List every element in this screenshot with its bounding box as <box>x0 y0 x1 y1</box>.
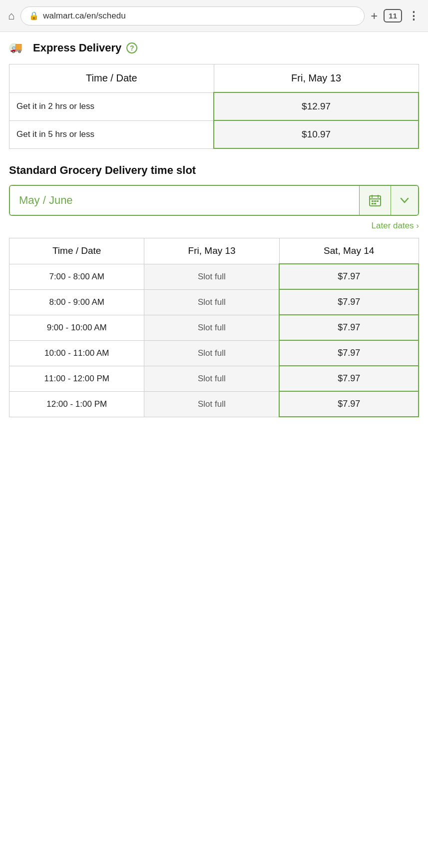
later-dates-link[interactable]: Later dates › <box>9 221 419 231</box>
slot-row-0[interactable]: 7:00 - 8:00 AM Slot full $7.97 <box>9 264 419 289</box>
slot-sat-1[interactable]: $7.97 <box>279 289 419 315</box>
standard-section-title: Standard Grocery Delivery time slot <box>9 164 419 177</box>
slot-row-4[interactable]: 11:00 - 12:00 PM Slot full $7.97 <box>9 366 419 391</box>
svg-rect-7 <box>374 200 376 202</box>
month-display-text: May / June <box>10 186 359 215</box>
month-selector[interactable]: May / June <box>9 185 419 216</box>
express-delivery-table: Time / Date Fri, May 13 Get it in 2 hrs … <box>9 64 419 149</box>
slot-sat-3[interactable]: $7.97 <box>279 340 419 366</box>
slot-time-5: 12:00 - 1:00 PM <box>9 391 144 417</box>
express-col2-header: Fri, May 13 <box>214 64 419 93</box>
month-dropdown-button[interactable] <box>391 186 418 215</box>
slot-time-2: 9:00 - 10:00 AM <box>9 315 144 340</box>
express-5hrs-price[interactable]: $10.97 <box>214 120 419 148</box>
slots-header-sat: Sat, May 14 <box>279 238 419 264</box>
standard-grocery-section: Standard Grocery Delivery time slot May … <box>9 164 419 417</box>
slot-row-1[interactable]: 8:00 - 9:00 AM Slot full $7.97 <box>9 289 419 315</box>
slot-fri-4: Slot full <box>144 366 279 391</box>
slot-fri-3: Slot full <box>144 340 279 366</box>
slot-row-5[interactable]: 12:00 - 1:00 PM Slot full $7.97 <box>9 391 419 417</box>
slot-fri-0: Slot full <box>144 264 279 289</box>
page-content: 🚚 Express Delivery ? Time / Date Fri, Ma… <box>0 32 428 429</box>
delivery-slots-table: Time / Date Fri, May 13 Sat, May 14 7:00… <box>9 238 419 417</box>
slot-sat-5[interactable]: $7.97 <box>279 391 419 417</box>
express-row-5hrs[interactable]: Get it in 5 hrs or less $10.97 <box>9 120 419 148</box>
slot-row-3[interactable]: 10:00 - 11:00 AM Slot full $7.97 <box>9 340 419 366</box>
svg-rect-8 <box>377 200 379 202</box>
express-row-2hrs[interactable]: Get it in 2 hrs or less $12.97 <box>9 92 419 120</box>
slot-sat-2[interactable]: $7.97 <box>279 315 419 340</box>
express-delivery-title: Express Delivery <box>33 41 121 54</box>
express-2hrs-label: Get it in 2 hrs or less <box>9 92 214 120</box>
slot-fri-2: Slot full <box>144 315 279 340</box>
calendar-icon <box>369 194 382 207</box>
chevron-down-icon <box>399 195 410 206</box>
slots-header-row: Time / Date Fri, May 13 Sat, May 14 <box>9 238 419 264</box>
slot-fri-5: Slot full <box>144 391 279 417</box>
home-icon[interactable]: ⌂ <box>8 9 14 22</box>
slot-sat-4[interactable]: $7.97 <box>279 366 419 391</box>
browser-bar: ⌂ 🔒 walmart.ca/en/schedu + 11 ⋮ <box>0 0 428 32</box>
svg-rect-10 <box>374 203 376 204</box>
slot-fri-1: Slot full <box>144 289 279 315</box>
express-header-row: Time / Date Fri, May 13 <box>9 64 419 93</box>
slot-time-1: 8:00 - 9:00 AM <box>9 289 144 315</box>
slot-row-2[interactable]: 9:00 - 10:00 AM Slot full $7.97 <box>9 315 419 340</box>
tab-count[interactable]: 11 <box>384 9 402 22</box>
calendar-button[interactable] <box>359 186 391 215</box>
express-delivery-header: 🚚 Express Delivery ? <box>9 41 419 55</box>
add-tab-button[interactable]: + <box>371 9 378 23</box>
slots-header-time: Time / Date <box>9 238 144 264</box>
help-icon[interactable]: ? <box>126 42 137 53</box>
later-dates-anchor[interactable]: Later dates › <box>372 221 419 230</box>
slot-sat-0[interactable]: $7.97 <box>279 264 419 289</box>
express-col1-header: Time / Date <box>9 64 214 93</box>
browser-menu-button[interactable]: ⋮ <box>408 9 420 22</box>
slot-time-4: 11:00 - 12:00 PM <box>9 366 144 391</box>
url-text: walmart.ca/en/schedu <box>43 11 125 21</box>
lock-icon: 🔒 <box>29 11 39 20</box>
express-delivery-icon: 🚚 <box>9 41 28 55</box>
svg-text:🚚: 🚚 <box>10 41 22 53</box>
svg-rect-9 <box>372 203 374 204</box>
url-bar[interactable]: 🔒 walmart.ca/en/schedu <box>20 6 365 25</box>
slot-time-0: 7:00 - 8:00 AM <box>9 264 144 289</box>
svg-rect-6 <box>372 200 374 202</box>
express-2hrs-price[interactable]: $12.97 <box>214 92 419 120</box>
slot-time-3: 10:00 - 11:00 AM <box>9 340 144 366</box>
slots-header-fri: Fri, May 13 <box>144 238 279 264</box>
express-5hrs-label: Get it in 5 hrs or less <box>9 120 214 148</box>
